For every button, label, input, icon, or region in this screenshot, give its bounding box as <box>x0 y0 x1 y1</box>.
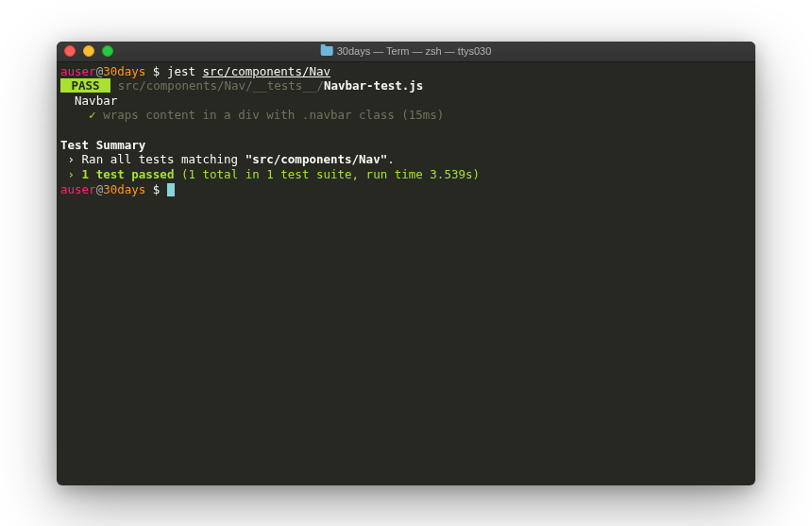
blank-line <box>60 123 752 138</box>
window-title: 30days — Term — zsh — ttys030 <box>321 45 492 57</box>
ran-suffix: . <box>387 152 395 166</box>
close-button[interactable] <box>64 45 76 57</box>
suite-line: Navbar <box>60 93 752 109</box>
command-arg: src/components/Nav <box>203 64 330 78</box>
prompt-user: auser <box>60 64 96 78</box>
test-line: ✓ wraps content in a div with .navbar cl… <box>60 108 752 123</box>
summary-header: Test Summary <box>60 138 752 153</box>
folder-icon <box>321 46 333 56</box>
terminal-window: 30days — Term — zsh — ttys030 auser@30da… <box>57 42 755 485</box>
prompt-line-1: auser@30days $ jest src/components/Nav <box>60 64 752 79</box>
test-desc: wraps content in a div with .navbar clas… <box>103 108 444 122</box>
minimize-button[interactable] <box>83 45 94 57</box>
prompt2-host: 30days <box>103 182 145 196</box>
prompt-host: 30days <box>103 64 145 78</box>
pass-path: src/components/Nav/__tests__/ <box>110 78 324 93</box>
cursor <box>167 183 175 196</box>
passed-line: › 1 test passed (1 total in 1 test suite… <box>60 167 752 182</box>
traffic-lights <box>64 45 113 57</box>
ran-prefix: › Ran all tests matching <box>60 152 245 166</box>
command-text: jest <box>167 64 203 78</box>
pass-badge: PASS <box>60 78 110 93</box>
ran-match: "src/components/Nav" <box>245 152 388 166</box>
window-title-text: 30days — Term — zsh — ttys030 <box>337 45 492 57</box>
prompt2-user: auser <box>60 182 96 196</box>
maximize-button[interactable] <box>102 45 113 57</box>
pass-file: Navbar-test.js <box>324 78 423 93</box>
prompt2-symbol: $ <box>145 182 167 196</box>
window-titlebar: 30days — Term — zsh — ttys030 <box>57 42 755 62</box>
passed-rest: (1 total in 1 test suite, run time 3.539… <box>174 167 480 181</box>
passed-prefix: › <box>60 167 82 181</box>
check-icon: ✓ <box>60 108 103 122</box>
pass-line: PASS src/components/Nav/__tests__/Navbar… <box>60 78 752 93</box>
terminal-body[interactable]: auser@30days $ jest src/components/Nav P… <box>57 62 755 485</box>
prompt-symbol: $ <box>145 64 167 78</box>
passed-bold: 1 test passed <box>82 167 175 181</box>
prompt-line-2: auser@30days $ <box>60 182 752 197</box>
ran-line: › Ran all tests matching "src/components… <box>60 152 752 167</box>
